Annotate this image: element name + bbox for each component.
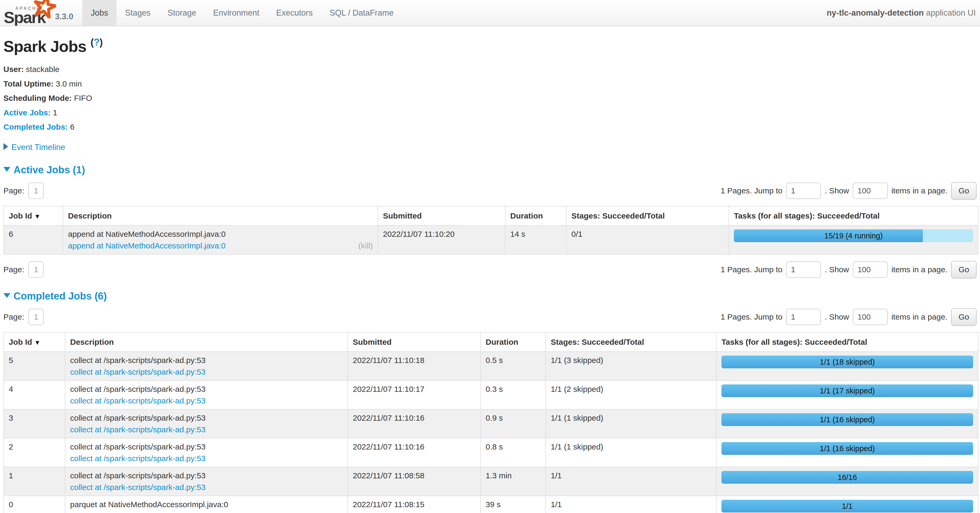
items-text: items in a page. [891,265,947,274]
completed-jobs-section-header[interactable]: Completed Jobs (6) [3,291,977,302]
stages-cell: 0/1 [566,226,729,254]
go-button[interactable]: Go [951,261,977,278]
job-id-cell: 1 [4,467,65,496]
job-detail-link[interactable]: append at NativeMethodAccessorImpl.java:… [68,241,226,250]
column-header[interactable]: Duration [480,332,546,352]
table-row: 3collect at /spark-scripts/spark-ad.py:5… [4,409,978,438]
application-name: ny-tlc-anomaly-detection [827,8,924,17]
help-question-icon[interactable]: ? [94,37,100,48]
column-header[interactable]: Stages: Succeeded/Total [566,206,729,226]
duration-cell: 1.3 min [480,467,546,496]
column-header[interactable]: Tasks (for all stages): Succeeded/Total [729,206,978,226]
pages-count-text: 1 Pages. Jump to [721,265,782,274]
active-jobs-section-header[interactable]: Active Jobs (1) [3,164,977,176]
description-text: collect at /spark-scripts/spark-ad.py:53 [70,355,343,365]
job-detail-link[interactable]: parquet at NativeMethodAccessorImpl.java… [70,512,228,513]
column-header[interactable]: Tasks (for all stages): Succeeded/Total [716,332,978,352]
job-summary: User: stackable Total Uptime: 3.0 min Sc… [3,64,977,133]
column-header[interactable]: Submitted [348,332,480,352]
duration-cell: 39 s [480,496,546,513]
table-row: 0parquet at NativeMethodAccessorImpl.jav… [4,496,978,513]
progress-label: 1/1 (18 skipped) [721,356,973,368]
column-header[interactable]: Duration [505,206,566,226]
application-suffix: application UI [926,8,976,17]
tasks-cell: 1/1 (16 skipped) [716,409,978,438]
completed-jobs-link[interactable]: Completed Jobs: [3,122,68,131]
pagination-right: 1 Pages. Jump to . Show items in a page.… [721,308,977,326]
page-number-button[interactable]: 1 [28,309,44,325]
items-per-page-input[interactable] [853,183,888,199]
job-detail-link[interactable]: collect at /spark-scripts/spark-ad.py:53 [70,454,206,463]
pagination-left: Page: 1 [3,183,44,199]
show-text: . Show [825,313,849,321]
job-detail-link[interactable]: collect at /spark-scripts/spark-ad.py:53 [70,425,206,434]
tab-sql-dataframe[interactable]: SQL / DataFrame [321,0,402,25]
column-header[interactable]: Submitted [378,206,505,226]
description-cell: parquet at NativeMethodAccessorImpl.java… [65,496,348,513]
jump-to-page-input[interactable] [786,261,821,278]
expanded-arrow-icon [3,293,10,298]
description-text: parquet at NativeMethodAccessorImpl.java… [70,499,343,510]
table-row: 5collect at /spark-scripts/spark-ad.py:5… [4,352,978,380]
go-button[interactable]: Go [951,182,977,200]
column-header[interactable]: Description [63,206,378,226]
event-timeline-toggle[interactable]: Event Timeline [3,143,977,152]
pagination-right: 1 Pages. Jump to . Show items in a page.… [721,182,977,200]
items-per-page-input[interactable] [853,309,888,325]
items-per-page-input[interactable] [853,261,888,278]
summary-completed-jobs: Completed Jobs: 6 [3,122,977,133]
progress-label: 1/1 (16 skipped) [721,442,973,455]
top-navbar: APACHE Spark 3.3.0 Jobs Stages Storage E… [0,0,980,26]
tab-executors[interactable]: Executors [268,0,321,25]
column-header[interactable]: Stages: Succeeded/Total [546,332,716,352]
column-header[interactable]: Job Id▼ [4,332,65,352]
go-button[interactable]: Go [951,308,977,326]
items-text: items in a page. [891,313,947,321]
description-line2: collect at /spark-scripts/spark-ad.py:53 [70,424,343,435]
job-id-cell: 6 [4,226,63,254]
stages-cell: 1/1 (1 skipped) [546,438,716,467]
page-label: Page: [3,265,24,274]
page-number-button[interactable]: 1 [28,183,44,199]
description-cell: collect at /spark-scripts/spark-ad.py:53… [65,352,348,380]
progress-label: 1/1 [721,500,973,513]
description-line2: collect at /spark-scripts/spark-ad.py:53 [70,367,343,377]
tab-stages[interactable]: Stages [116,0,159,25]
job-id-cell: 4 [4,380,65,409]
progress-label: 15/19 (4 running) [734,229,973,242]
tab-environment[interactable]: Environment [205,0,268,25]
items-text: items in a page. [891,186,947,195]
column-header[interactable]: Job Id▼ [4,206,63,226]
tasks-cell: 1/1 (18 skipped) [716,352,978,380]
summary-active-jobs: Active Jobs: 1 [3,107,977,118]
page-number-button[interactable]: 1 [28,261,44,278]
column-header[interactable]: Description [65,332,348,352]
duration-cell: 0.3 s [480,380,546,409]
stages-cell: 1/1 (3 skipped) [546,352,716,380]
job-id-cell: 2 [4,438,65,467]
kill-link[interactable]: (kill) [358,240,373,251]
pagination-right: 1 Pages. Jump to . Show items in a page.… [721,261,977,278]
submitted-cell: 2022/11/07 11:08:15 [348,496,480,513]
description-line2: collect at /spark-scripts/spark-ad.py:53 [70,395,343,406]
tab-storage[interactable]: Storage [159,0,205,25]
tasks-progress-bar: 15/19 (4 running) [734,229,973,242]
job-detail-link[interactable]: collect at /spark-scripts/spark-ad.py:53 [70,367,206,376]
spark-star-icon [33,0,56,18]
jump-to-page-input[interactable] [786,309,821,325]
jump-to-page-input[interactable] [786,183,821,199]
tasks-cell: 1/1 (17 skipped) [716,380,978,409]
job-detail-link[interactable]: collect at /spark-scripts/spark-ad.py:53 [70,483,206,492]
description-line2: collect at /spark-scripts/spark-ad.py:53 [70,482,343,492]
spark-brand: APACHE Spark 3.3.0 [0,0,75,25]
completed-jobs-table-container: Job Id▼DescriptionSubmittedDurationStage… [3,332,977,513]
job-detail-link[interactable]: collect at /spark-scripts/spark-ad.py:53 [70,396,206,405]
tab-jobs[interactable]: Jobs [82,0,116,25]
duration-cell: 0.5 s [480,352,546,380]
active-jobs-link[interactable]: Active Jobs: [3,108,51,117]
show-text: . Show [825,186,849,195]
description-cell: collect at /spark-scripts/spark-ad.py:53… [65,380,348,409]
tasks-progress-bar: 1/1 (17 skipped) [721,384,973,397]
description-cell: collect at /spark-scripts/spark-ad.py:53… [65,438,348,467]
active-jobs-pager-top: Page: 1 1 Pages. Jump to . Show items in… [3,182,977,200]
